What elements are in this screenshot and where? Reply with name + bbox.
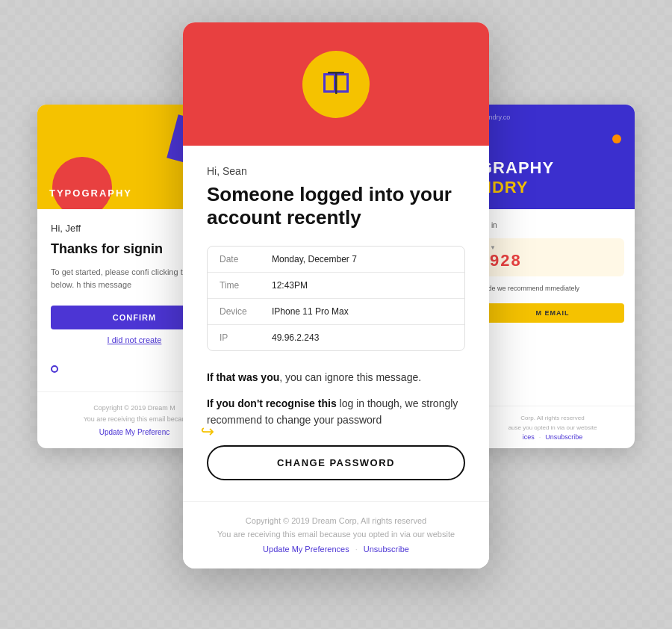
right-card-footer: Corp. All rights reserved ause you opted… [470, 406, 635, 448]
right-footer-links: ices · Unsubscribe [481, 433, 624, 441]
date-value: Monday, December 7 [272, 254, 357, 264]
right-background-card: foundry.co GRAPHY NDRY gn in ▼ 928 code … [470, 105, 635, 448]
right-footer-receiving: ause you opted in via our website [481, 424, 624, 433]
message1: If that was you, you can ignore this mes… [207, 369, 465, 385]
time-label: Time [220, 280, 272, 291]
ip-row: IP 49.96.2.243 [208, 325, 464, 350]
right-header-line1: GRAPHY [479, 158, 554, 178]
main-footer-copyright: Copyright © 2019 Dream Corp, All rights … [207, 514, 465, 528]
device-value: IPhone 11 Pro Max [272, 306, 349, 317]
right-signin-text: gn in [481, 220, 624, 231]
message-section: If that was you, you can ignore this mes… [207, 369, 465, 428]
logo-circle [302, 51, 370, 118]
date-label: Date [220, 254, 272, 264]
ip-label: IP [220, 332, 272, 343]
right-recommend-text: code we recommend mmediately [481, 284, 624, 294]
main-card-header [183, 22, 489, 146]
device-row: Device IPhone 11 Pro Max [208, 299, 464, 325]
time-row: Time 12:43PM [208, 273, 464, 299]
main-card-footer: Copyright © 2019 Dream Corp, All rights … [183, 501, 489, 568]
main-card: Hi, Sean Someone logged into your accoun… [183, 22, 489, 568]
left-card-header-label: TYPOGRAPHY [49, 188, 132, 199]
main-card-body: Hi, Sean Someone logged into your accoun… [183, 146, 489, 501]
red-circle-shape [52, 157, 112, 209]
main-greeting: Hi, Sean [207, 165, 465, 177]
time-value: 12:43PM [272, 280, 308, 291]
change-password-button[interactable]: CHANGE PASSWORD [207, 445, 465, 480]
update-prefs-link[interactable]: Update My Preferences [263, 545, 349, 554]
right-unsub-link[interactable]: Unsubscribe [545, 433, 582, 441]
right-prefs-link[interactable]: ices [523, 433, 535, 441]
message1-bold: If that was you [207, 371, 279, 383]
code-label-row: ▼ [490, 244, 615, 251]
footer-links: Update My Preferences · Unsubscribe [207, 545, 465, 554]
left-update-prefs-link[interactable]: Update My Preferenc [99, 428, 170, 436]
svg-rect-3 [346, 73, 349, 93]
code-label: ▼ [490, 244, 496, 251]
code-box: ▼ 928 [481, 238, 624, 276]
main-headline: Someone logged into your account recentl… [207, 183, 465, 229]
device-label: Device [220, 306, 272, 317]
right-card-body: gn in ▼ 928 code we recommend mmediately… [470, 209, 635, 333]
right-card-header: foundry.co GRAPHY NDRY [470, 105, 635, 209]
ip-value: 49.96.2.243 [272, 332, 319, 343]
right-header-text: GRAPHY NDRY [479, 158, 554, 197]
verification-code: 928 [490, 251, 615, 270]
logo-icon [317, 66, 355, 103]
main-footer-receiving: You are receiving this email because you… [207, 527, 465, 542]
svg-rect-6 [335, 72, 337, 94]
footer-dot-sep: · [355, 545, 358, 554]
circle-indicator [51, 365, 58, 373]
arrow-icon: ↩ [201, 422, 214, 441]
info-table: Date Monday, December 7 Time 12:43PM Dev… [207, 246, 465, 351]
right-header-line2: NDRY [479, 178, 554, 197]
email-button[interactable]: M EMAIL [481, 303, 624, 323]
unsubscribe-link[interactable]: Unsubscribe [364, 545, 409, 554]
message1-rest: , you can ignore this message. [279, 371, 421, 383]
right-footer-copyright: Corp. All rights reserved [481, 414, 624, 424]
footer-sep: · [539, 433, 541, 441]
orange-dot [612, 134, 621, 143]
message2: If you don't recognise this log in thoug… [207, 395, 465, 429]
date-row: Date Monday, December 7 [208, 247, 464, 273]
svg-rect-1 [323, 73, 326, 93]
message2-bold: If you don't recognise this [207, 397, 337, 409]
